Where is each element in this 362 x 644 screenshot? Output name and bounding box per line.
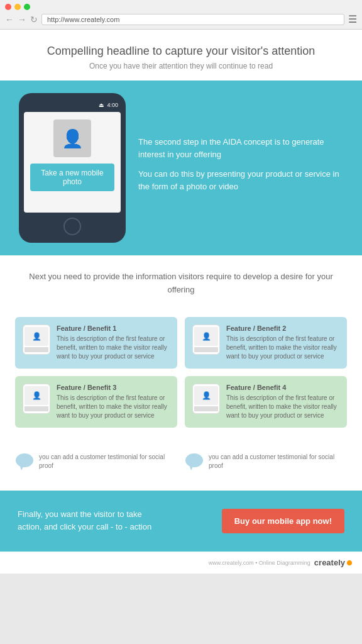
small-avatar-3: 👤 — [32, 391, 41, 400]
creately-brand: creately — [314, 558, 345, 567]
cta-section: Finally, you want the visitor to take ac… — [0, 491, 362, 552]
svg-point-2 — [185, 453, 203, 467]
feature-desc-3: This is description of the first feature… — [57, 394, 170, 420]
take-photo-button[interactable]: Take a new mobile photo — [30, 164, 114, 191]
cta-button[interactable]: Buy our mobile app now! — [222, 509, 344, 533]
phone-screen: 👤 Take a new mobile photo — [24, 112, 121, 213]
refresh-button[interactable]: ↻ — [30, 14, 38, 25]
small-phone-screen-1: 👤 — [25, 327, 48, 346]
creately-logo: creately — [314, 558, 352, 567]
small-keyboard-4 — [194, 406, 218, 411]
footer-section: www.creately.com • Online Diagramming cr… — [0, 552, 362, 574]
footer-attribution: www.creately.com • Online Diagramming — [209, 560, 310, 566]
desire-section: Next you need to provide the information… — [0, 255, 362, 312]
battery-icon: 4:00 — [107, 102, 118, 108]
cta-text: Finally, you want the visitor to take ac… — [18, 508, 156, 535]
dot-green — [24, 4, 30, 10]
small-phone-screen-2: 👤 — [194, 327, 218, 346]
browser-dots — [5, 4, 357, 10]
feature-desc-1: This is description of the first feature… — [57, 335, 170, 361]
small-phone-4: 👤 — [192, 384, 220, 414]
feature-info-2: Feature / Benefit 2 This is description … — [226, 325, 339, 361]
hero-text: The second step in the AIDA concept is t… — [138, 136, 349, 200]
testimonial-text-2: you can add a customer testimonial for s… — [209, 453, 347, 470]
small-phone-1: 👤 — [23, 325, 50, 355]
feature-card-3: 👤 Feature / Benefit 3 This is descriptio… — [15, 376, 177, 428]
feature-title-1: Feature / Benefit 1 — [57, 325, 170, 332]
feature-info-3: Feature / Benefit 3 This is description … — [57, 384, 170, 420]
hero-text-line1: The second step in the AIDA concept is t… — [138, 136, 349, 160]
testimonial-item-2: you can add a customer testimonial for s… — [185, 448, 347, 475]
small-avatar-1: 👤 — [32, 332, 41, 341]
svg-point-0 — [16, 453, 33, 467]
feature-card-2: 👤 Feature / Benefit 2 This is descriptio… — [185, 317, 347, 369]
small-phone-2: 👤 — [192, 325, 220, 355]
back-button[interactable]: ← — [5, 14, 14, 25]
small-keyboard-1 — [25, 347, 48, 352]
small-phone-screen-4: 👤 — [194, 386, 218, 405]
header-section: Compelling headline to capture your visi… — [0, 30, 362, 80]
url-bar[interactable]: http://www.creately.com — [41, 14, 344, 25]
feature-title-2: Feature / Benefit 2 — [226, 325, 339, 332]
phone-home-button — [63, 218, 81, 235]
feature-info-4: Feature / Benefit 4 This is description … — [226, 384, 339, 420]
small-avatar-2: 👤 — [202, 332, 211, 341]
feature-info-1: Feature / Benefit 1 This is description … — [57, 325, 170, 361]
dot-yellow — [14, 4, 21, 10]
testimonial-item-1: you can add a customer testimonial for s… — [15, 448, 177, 475]
feature-card-1: 👤 Feature / Benefit 1 This is descriptio… — [15, 317, 177, 369]
dot-red — [5, 4, 11, 10]
speech-bubble-icon-2 — [185, 453, 204, 470]
avatar-placeholder: 👤 — [53, 119, 91, 157]
small-keyboard-2 — [194, 347, 218, 352]
browser-nav: ← → ↻ http://www.creately.com ☰ — [5, 13, 357, 25]
browser-chrome: ← → ↻ http://www.creately.com ☰ — [0, 0, 362, 30]
testimonials-section: you can add a customer testimonial for s… — [0, 443, 362, 491]
page-content: Compelling headline to capture your visi… — [0, 30, 362, 574]
feature-title-4: Feature / Benefit 4 — [226, 384, 339, 391]
headline: Compelling headline to capture your visi… — [25, 45, 337, 58]
feature-desc-2: This is description of the first feature… — [226, 335, 339, 361]
feature-desc-4: This is description of the first feature… — [226, 394, 339, 420]
features-grid: 👤 Feature / Benefit 1 This is descriptio… — [0, 312, 362, 443]
hero-text-line2: You can do this by presenting your produ… — [138, 168, 349, 192]
wifi-icon: ⏏ — [99, 102, 104, 108]
phone-status-bar: ⏏ 4:00 — [24, 101, 121, 109]
speech-bubble-icon-1 — [15, 453, 34, 470]
small-keyboard-3 — [25, 406, 48, 411]
menu-button[interactable]: ☰ — [348, 13, 357, 25]
small-avatar-4: 👤 — [202, 391, 211, 400]
small-phone-3: 👤 — [23, 384, 50, 414]
creately-dot — [347, 560, 352, 565]
small-phone-screen-3: 👤 — [25, 386, 48, 405]
feature-title-3: Feature / Benefit 3 — [57, 384, 170, 391]
desire-text: Next you need to provide the information… — [25, 270, 337, 297]
hero-section: ⏏ 4:00 👤 Take a new mobile photo The sec… — [0, 80, 362, 255]
subheadline: Once you have their attention they will … — [25, 62, 337, 70]
testimonial-text-1: you can add a customer testimonial for s… — [39, 453, 177, 470]
phone-mockup: ⏏ 4:00 👤 Take a new mobile photo — [19, 93, 126, 243]
forward-button[interactable]: → — [18, 14, 26, 25]
feature-card-4: 👤 Feature / Benefit 4 This is descriptio… — [185, 376, 347, 428]
